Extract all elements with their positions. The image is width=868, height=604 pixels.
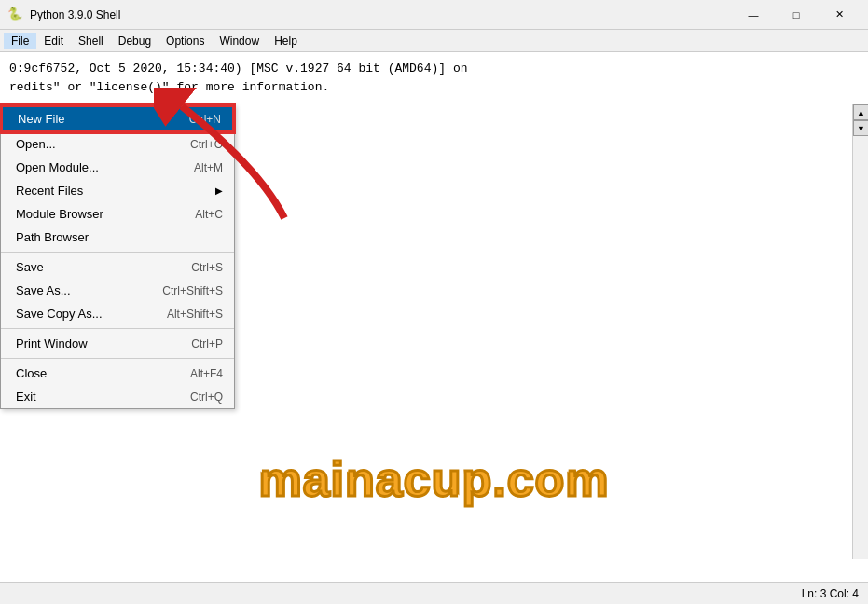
- module-browser-shortcut: Alt+C: [195, 208, 223, 221]
- separator-2: [1, 328, 234, 329]
- print-window-label: Print Window: [16, 336, 88, 350]
- menu-window[interactable]: Window: [212, 33, 267, 49]
- path-browser-label: Path Browser: [16, 230, 89, 244]
- menu-file[interactable]: File: [4, 33, 36, 49]
- menu-options[interactable]: Options: [158, 33, 212, 49]
- menu-edit[interactable]: Edit: [36, 33, 71, 49]
- print-window-shortcut: Ctrl+P: [191, 337, 223, 350]
- minimize-button[interactable]: —: [732, 0, 775, 30]
- open-label: Open...: [16, 137, 56, 151]
- menu-open[interactable]: Open... Ctrl+O: [1, 132, 234, 156]
- status-text: Ln: 3 Col: 4: [802, 587, 859, 600]
- save-label: Save: [16, 260, 44, 274]
- open-module-shortcut: Alt+M: [194, 161, 223, 174]
- file-dropdown-menu: New File Ctrl+N Open... Ctrl+O Open Modu…: [0, 104, 235, 409]
- menu-module-browser[interactable]: Module Browser Alt+C: [1, 202, 234, 226]
- menu-save-copy-as[interactable]: Save Copy As... Alt+Shift+S: [1, 302, 234, 325]
- window-controls: — □ ✕: [732, 0, 861, 30]
- close-label: Close: [16, 366, 47, 380]
- save-copy-as-label: Save Copy As...: [16, 307, 103, 321]
- exit-label: Exit: [16, 390, 36, 404]
- menu-help[interactable]: Help: [267, 33, 305, 49]
- close-button[interactable]: ✕: [818, 0, 861, 30]
- open-shortcut: Ctrl+O: [190, 138, 223, 151]
- recent-files-label: Recent Files: [16, 184, 83, 198]
- save-as-label: Save As...: [16, 283, 71, 297]
- recent-files-arrow: ▶: [215, 185, 223, 196]
- menu-close[interactable]: Close Alt+F4: [1, 362, 234, 385]
- new-file-label: New File: [18, 112, 65, 126]
- window-title: Python 3.9.0 Shell: [30, 8, 732, 21]
- menu-recent-files[interactable]: Recent Files ▶: [1, 179, 234, 202]
- new-file-shortcut: Ctrl+N: [189, 113, 221, 126]
- shell-line-1: 0:9cf6752, Oct 5 2020, 15:34:40) [MSC v.…: [9, 60, 859, 78]
- save-copy-as-shortcut: Alt+Shift+S: [167, 308, 223, 321]
- menu-new-file[interactable]: New File Ctrl+N: [1, 105, 234, 132]
- maximize-button[interactable]: □: [775, 0, 818, 30]
- scroll-up-button[interactable]: ▲: [853, 104, 868, 120]
- close-shortcut: Alt+F4: [190, 367, 223, 380]
- title-bar: 🐍 Python 3.9.0 Shell — □ ✕: [0, 0, 868, 30]
- menu-path-browser[interactable]: Path Browser: [1, 226, 234, 249]
- vertical-scrollbar[interactable]: ▲ ▼: [852, 104, 868, 559]
- menu-save[interactable]: Save Ctrl+S: [1, 255, 234, 279]
- open-module-label: Open Module...: [16, 160, 99, 174]
- save-as-shortcut: Ctrl+Shift+S: [162, 284, 223, 297]
- menu-print-window[interactable]: Print Window Ctrl+P: [1, 332, 234, 355]
- separator-3: [1, 358, 234, 359]
- menu-bar: File Edit Shell Debug Options Window Hel…: [0, 30, 868, 52]
- save-shortcut: Ctrl+S: [191, 261, 223, 274]
- menu-open-module[interactable]: Open Module... Alt+M: [1, 156, 234, 179]
- scroll-down-button[interactable]: ▼: [853, 120, 868, 136]
- separator-1: [1, 252, 234, 253]
- menu-exit[interactable]: Exit Ctrl+Q: [1, 385, 234, 408]
- menu-shell[interactable]: Shell: [71, 33, 111, 49]
- watermark-text: mainacup.com: [258, 451, 609, 507]
- exit-shortcut: Ctrl+Q: [190, 391, 223, 404]
- shell-output: 0:9cf6752, Oct 5 2020, 15:34:40) [MSC v.…: [0, 52, 868, 103]
- module-browser-label: Module Browser: [16, 207, 103, 221]
- menu-save-as[interactable]: Save As... Ctrl+Shift+S: [1, 279, 234, 302]
- shell-line-2: redits" or "license()" for more informat…: [9, 78, 859, 97]
- status-bar: Ln: 3 Col: 4: [0, 582, 868, 604]
- menu-debug[interactable]: Debug: [111, 33, 158, 49]
- app-icon: 🐍: [7, 7, 24, 23]
- main-content: 0:9cf6752, Oct 5 2020, 15:34:40) [MSC v.…: [0, 52, 868, 582]
